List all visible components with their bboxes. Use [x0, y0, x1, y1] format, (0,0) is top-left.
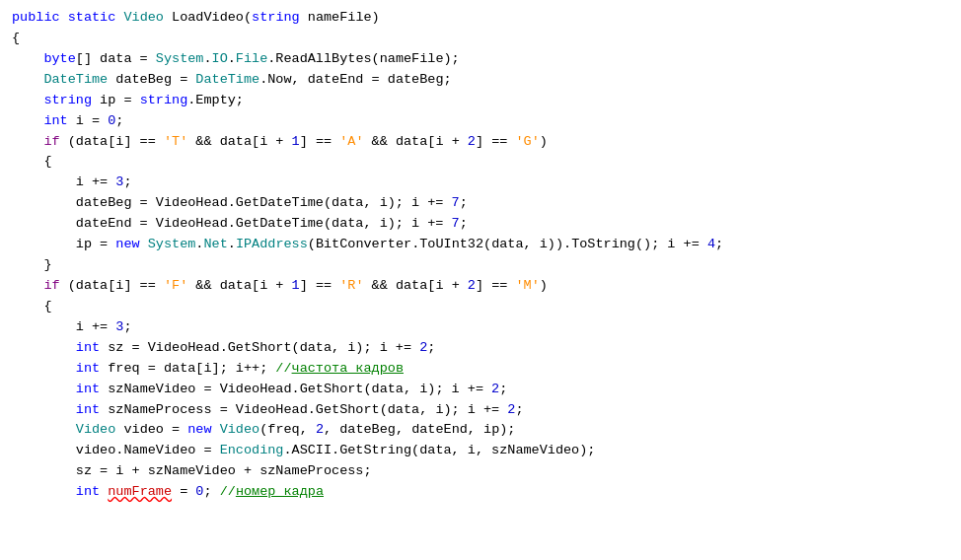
code-token	[12, 380, 76, 400]
code-line-10: dateBeg = VideoHead.GetDateTime(data, i)…	[0, 193, 961, 214]
code-token: 2	[507, 400, 515, 421]
code-token: Encoding	[220, 441, 284, 461]
code-line-23: sz = i + szNameVideo + szNameProcess;	[0, 461, 961, 482]
code-token: 7	[452, 193, 460, 214]
code-token: int	[76, 400, 100, 421]
code-token: File	[236, 49, 267, 70]
code-token: .ReadAllBytes(nameFile);	[267, 49, 459, 70]
code-token: 2	[316, 420, 324, 441]
code-token: int	[76, 482, 100, 503]
code-token: 'A'	[339, 132, 363, 153]
code-line-11: dateEnd = VideoHead.GetDateTime(data, i)…	[0, 214, 961, 235]
code-token	[140, 235, 148, 255]
code-token: .Now, dateEnd = dateBeg;	[259, 70, 451, 91]
code-token: =	[172, 482, 195, 503]
code-token: .	[228, 235, 236, 255]
code-token: (freq,	[259, 420, 316, 441]
code-token: int	[76, 359, 100, 380]
code-token: (data[i] ==	[60, 132, 164, 153]
code-token: 2	[491, 380, 499, 400]
code-line-4: DateTime dateBeg = DateTime.Now, dateEnd…	[0, 70, 961, 91]
code-token	[12, 400, 76, 421]
code-token: ;	[715, 235, 723, 255]
code-token: .	[195, 235, 203, 255]
code-token: && data[i +	[187, 132, 291, 153]
code-token: 0	[108, 111, 115, 132]
code-token: 7	[452, 214, 460, 235]
code-token: 2	[419, 338, 427, 359]
code-token: DateTime	[195, 70, 259, 91]
code-token: static	[68, 8, 116, 29]
code-token: {	[12, 29, 20, 49]
code-line-19: int szNameVideo = VideoHead.GetShort(dat…	[0, 380, 961, 400]
code-token: )	[540, 276, 548, 297]
code-editor: public static Video LoadVideo(string nam…	[0, 0, 961, 560]
code-token: dateBeg =	[108, 70, 195, 91]
code-token	[12, 482, 76, 503]
code-token: LoadVideo(	[164, 8, 252, 29]
code-token: DateTime	[43, 70, 108, 91]
code-token: dateBeg = VideoHead.GetDateTime(data, i)…	[12, 193, 452, 214]
code-line-13: }	[0, 255, 961, 276]
code-token: //	[220, 482, 236, 503]
code-token: ;	[515, 400, 523, 421]
code-token: [] data =	[76, 49, 156, 70]
code-token: ;	[460, 193, 468, 214]
code-token	[12, 70, 43, 91]
code-token: 0	[195, 482, 203, 503]
code-token: ] ==	[476, 132, 516, 153]
code-token: Video	[76, 420, 116, 441]
code-token	[100, 482, 108, 503]
code-token: freq = data[i]; i++;	[100, 359, 275, 380]
code-token: System	[148, 235, 196, 255]
code-line-16: i += 3;	[0, 317, 961, 338]
code-token: ] ==	[300, 132, 340, 153]
code-token: 'T'	[164, 132, 187, 153]
code-token	[12, 49, 43, 70]
code-token: video =	[115, 420, 187, 441]
code-token: 2	[468, 132, 476, 153]
code-token	[115, 8, 123, 29]
code-token: nameFile)	[300, 8, 380, 29]
code-token: int	[76, 380, 100, 400]
code-token: ] ==	[476, 276, 516, 297]
code-token: if	[43, 132, 59, 153]
code-token: )	[540, 132, 548, 153]
code-token: ] ==	[300, 276, 340, 297]
code-token: 'M'	[515, 276, 539, 297]
code-line-15: {	[0, 297, 961, 317]
code-token: ;	[460, 214, 468, 235]
code-token	[12, 132, 43, 153]
code-token: int	[76, 338, 100, 359]
code-line-12: ip = new System.Net.IPAddress(BitConvert…	[0, 235, 961, 255]
code-token	[12, 276, 43, 297]
code-token: if	[43, 276, 59, 297]
code-token: new	[115, 235, 139, 255]
code-token: dateEnd = VideoHead.GetDateTime(data, i)…	[12, 214, 452, 235]
code-token: numFrame	[108, 482, 172, 503]
code-token: ip =	[92, 91, 140, 111]
code-token: string	[252, 8, 300, 29]
code-line-20: int szNameProcess = VideoHead.GetShort(d…	[0, 400, 961, 421]
code-line-24: int numFrame = 0; //номер кадра	[0, 482, 961, 503]
code-token: частота кадров	[292, 359, 404, 380]
code-token: 'R'	[339, 276, 363, 297]
code-line-8: {	[0, 152, 961, 173]
code-token: szNameVideo = VideoHead.GetShort(data, i…	[100, 380, 491, 400]
code-token: //	[275, 359, 291, 380]
code-token: Net	[203, 235, 227, 255]
code-line-17: int sz = VideoHead.GetShort(data, i); i …	[0, 338, 961, 359]
code-token: byte	[43, 49, 75, 70]
code-token: ;	[499, 380, 507, 400]
code-token: && data[i +	[364, 132, 468, 153]
code-token: ;	[123, 173, 131, 193]
code-token: .	[228, 49, 236, 70]
code-token: {	[12, 152, 52, 173]
code-token: && data[i +	[187, 276, 291, 297]
code-token	[12, 359, 76, 380]
code-token: ;	[427, 338, 435, 359]
code-token: sz = VideoHead.GetShort(data, i); i +=	[100, 338, 419, 359]
code-line-1: public static Video LoadVideo(string nam…	[0, 8, 961, 29]
code-token	[212, 420, 220, 441]
code-token: 3	[115, 317, 123, 338]
